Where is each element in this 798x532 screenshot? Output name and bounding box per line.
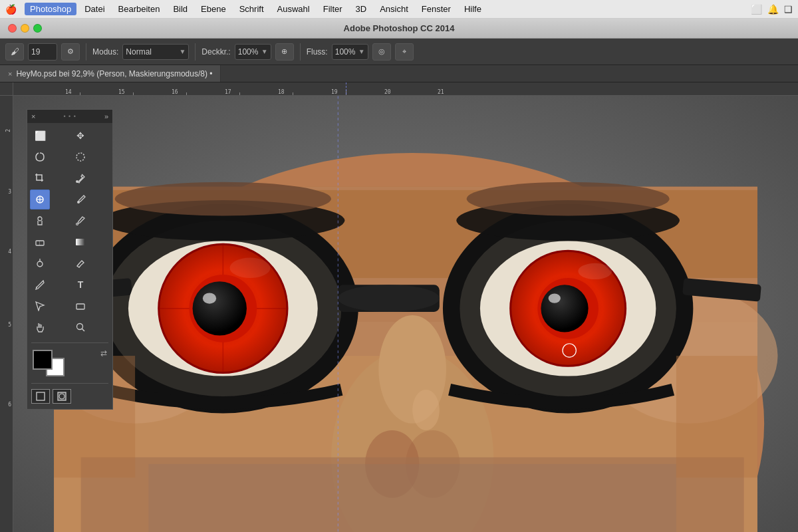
- heal-brush-tool[interactable]: [30, 190, 50, 209]
- dodge-tool[interactable]: [30, 253, 50, 273]
- ruler-mark-19: 19: [331, 89, 338, 95]
- fluss-label: Fluss:: [307, 47, 328, 57]
- svg-point-22: [338, 285, 440, 312]
- eraser-tool[interactable]: [30, 232, 50, 252]
- panel-header[interactable]: × • • • »: [27, 110, 112, 123]
- quick-mask-mode-btn[interactable]: [53, 389, 71, 404]
- ruler-mark-v-6: 6: [8, 402, 11, 408]
- ruler-corner: [0, 82, 13, 96]
- path-select-tool[interactable]: [30, 296, 50, 316]
- svg-line-65: [82, 329, 85, 332]
- ruler-tick: [239, 92, 240, 95]
- pen-tool[interactable]: [30, 275, 50, 295]
- fluss-input[interactable]: 100% ▼: [332, 44, 368, 60]
- smudge-tool[interactable]: [70, 253, 90, 273]
- zoom-tool[interactable]: [70, 317, 90, 337]
- ruler-mark-v-5: 5: [8, 322, 11, 328]
- menu-right-icons: ⬜ 🔔 ❑: [751, 4, 793, 15]
- ruler-mark-20: 20: [384, 89, 391, 95]
- menu-3d[interactable]: 3D: [350, 3, 372, 15]
- maximize-button[interactable]: [33, 24, 42, 33]
- menu-photoshop[interactable]: Photoshop: [25, 3, 76, 15]
- ruler-mark-v-2: 2: [5, 129, 11, 132]
- ruler-mark-v-3: 3: [8, 189, 11, 195]
- svg-rect-66: [37, 392, 45, 400]
- collapse-panel-btn[interactable]: »: [104, 112, 108, 120]
- svg-point-38: [541, 285, 588, 332]
- tabbar: × HeyMo.psd bei 92,9% (Person, Maskierun…: [0, 65, 798, 82]
- modus-label: Modus:: [92, 47, 118, 57]
- angle-btn[interactable]: ⌖: [395, 43, 414, 61]
- menu-ansicht[interactable]: Ansicht: [374, 3, 414, 15]
- crop-tool[interactable]: [30, 168, 50, 188]
- svg-point-64: [77, 324, 83, 330]
- brush-size-input[interactable]: 19: [28, 43, 57, 61]
- tools-panel: × • • • » ⬜ ✥: [27, 109, 113, 410]
- text-tool[interactable]: T: [70, 275, 90, 295]
- hand-tool[interactable]: [30, 317, 50, 337]
- svg-rect-58: [39, 241, 40, 245]
- fluss-arrow: ▼: [358, 48, 365, 55]
- apple-logo[interactable]: 🍎: [5, 4, 17, 15]
- notification-icon[interactable]: 🔔: [767, 4, 779, 15]
- lasso-tool[interactable]: [30, 147, 50, 167]
- brush-tool[interactable]: [70, 190, 90, 209]
- tools-divider-1: [31, 342, 108, 343]
- main-area: 14 15 16 17 18 19 20 21 2 3 4 5 6: [0, 82, 798, 532]
- menu-bild[interactable]: Bild: [168, 3, 193, 15]
- color-replace-tool[interactable]: [70, 211, 90, 231]
- svg-rect-59: [76, 239, 85, 245]
- menu-auswahl[interactable]: Auswahl: [272, 3, 315, 15]
- menu-hilfe[interactable]: Hilfe: [459, 3, 487, 15]
- deckr-input[interactable]: 100% ▼: [235, 44, 271, 60]
- menu-schrift[interactable]: Schrift: [234, 3, 269, 15]
- minimize-button[interactable]: [21, 24, 29, 33]
- standard-mode-btn[interactable]: [31, 389, 50, 404]
- panel-grip: • • •: [63, 113, 76, 120]
- screen-icon[interactable]: ⬜: [751, 4, 762, 15]
- airbrush-btn[interactable]: ⊕: [275, 43, 294, 61]
- ruler-top: 14 15 16 17 18 19 20 21: [13, 82, 798, 96]
- svg-point-33: [230, 258, 271, 279]
- eyedropper-tool[interactable]: [70, 168, 90, 188]
- smoothing-btn[interactable]: ◎: [372, 43, 391, 61]
- document-tab[interactable]: × HeyMo.psd bei 92,9% (Person, Maskierun…: [0, 65, 221, 82]
- quick-select-tool[interactable]: [70, 147, 90, 167]
- brush-tool-btn[interactable]: 🖌: [5, 43, 24, 61]
- tools-grid: ⬜ ✥: [27, 123, 112, 340]
- menu-datei[interactable]: Datei: [79, 3, 110, 15]
- menubar: 🍎 Photoshop Datei Bearbeiten Bild Ebene …: [0, 0, 798, 19]
- ruler-tick: [293, 92, 293, 95]
- menu-bearbeiten[interactable]: Bearbeiten: [113, 3, 166, 15]
- svg-point-40: [578, 263, 612, 279]
- mode-icons: [27, 386, 112, 409]
- menu-ebene[interactable]: Ebene: [196, 3, 231, 15]
- close-button[interactable]: [8, 24, 17, 33]
- svg-point-32: [203, 293, 216, 303]
- shape-tool[interactable]: [70, 296, 90, 316]
- ruler-mark-17: 17: [225, 89, 231, 95]
- modus-select[interactable]: Normal ▼: [122, 44, 189, 60]
- svg-point-68: [59, 394, 65, 399]
- brush-settings-btn[interactable]: ⚙: [61, 43, 80, 61]
- modus-arrow: ▼: [179, 48, 186, 55]
- svg-point-43: [115, 182, 332, 216]
- toolbar-separator-1: [86, 43, 86, 61]
- clone-stamp-tool[interactable]: [30, 211, 50, 231]
- svg-point-31: [193, 281, 247, 335]
- move-tool[interactable]: ✥: [70, 126, 90, 146]
- tab-close-btn[interactable]: ×: [8, 70, 12, 78]
- menu-fenster[interactable]: Fenster: [416, 3, 456, 15]
- svg-point-54: [38, 217, 42, 221]
- canvas-area[interactable]: × • • • » ⬜ ✥: [13, 96, 798, 532]
- close-panel-btn[interactable]: ×: [31, 112, 35, 120]
- gradient-tool[interactable]: [70, 232, 90, 252]
- foreground-color[interactable]: [33, 350, 53, 370]
- marquee-tool[interactable]: ⬜: [30, 126, 50, 146]
- menu-filter[interactable]: Filter: [318, 3, 348, 15]
- toolbar-separator-2: [195, 43, 196, 61]
- titlebar: Adobe Photoshop CC 2014: [0, 19, 798, 39]
- dropbox-icon[interactable]: ❑: [784, 4, 793, 15]
- swap-colors-icon[interactable]: ⇄: [100, 348, 107, 358]
- tab-filename: HeyMo.psd bei 92,9% (Person, Maskierungs…: [16, 69, 212, 78]
